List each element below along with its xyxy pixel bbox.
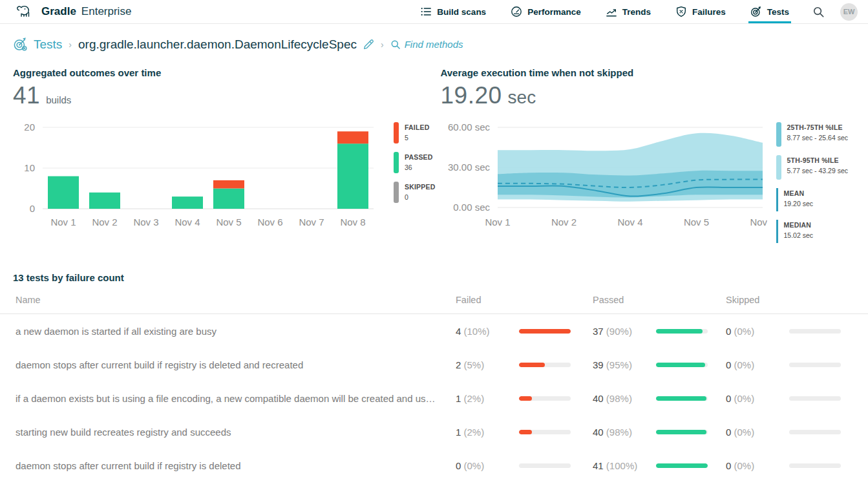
skipped-cell: 0 (0%) <box>726 460 852 471</box>
legend-label: 25TH-75TH %ILE <box>787 122 849 133</box>
passed-cell: 37 (90%) <box>593 326 726 337</box>
x-tick-label: Nov 8 <box>340 217 365 228</box>
passed-cell: 39 (95%) <box>593 359 726 370</box>
gauge-icon <box>511 6 522 17</box>
column-header-passed: Passed <box>593 295 726 305</box>
main-nav: Build scansPerformanceTrendsFailuresTest… <box>420 0 789 23</box>
failed-progress-bar <box>519 329 571 334</box>
passed-cell: 40 (98%) <box>593 427 726 438</box>
passed-count: 40 (98%) <box>593 393 656 404</box>
nav-item-trends[interactable]: Trends <box>606 0 651 23</box>
test-name-link[interactable]: daemon stops after current build if regi… <box>16 359 456 370</box>
nav-item-performance[interactable]: Performance <box>511 0 581 23</box>
skipped-count: 0 (0%) <box>726 326 789 337</box>
passed-percent: (98%) <box>606 393 632 404</box>
legend-band-marker <box>776 155 781 180</box>
failed-cell: 1 (2%) <box>456 427 593 438</box>
legend-item-median: MEDIAN15.02 sec <box>776 220 849 243</box>
skipped-count: 0 (0%) <box>726 460 789 471</box>
breadcrumb-current-class: org.gradle.launcher.daemon.DaemonLifecyc… <box>78 37 357 52</box>
legend-value: 36 <box>405 162 433 173</box>
nav-item-build-scans[interactable]: Build scans <box>420 0 486 23</box>
nav-item-failures[interactable]: Failures <box>675 0 726 23</box>
test-name-link[interactable]: daemon stops after current build if regi… <box>16 460 456 471</box>
top-nav: Gradle Enterprise Build scansPerformance… <box>0 0 868 24</box>
search-icon <box>390 39 401 50</box>
legend-band-marker <box>776 122 781 147</box>
bar-failed-nov-8 <box>337 131 368 143</box>
nav-item-label: Tests <box>767 7 789 17</box>
failed-count: 1 (2%) <box>456 427 519 438</box>
failed-cell: 2 (5%) <box>456 359 593 370</box>
legend-value: 15.02 sec <box>784 230 814 240</box>
column-header-failed: Failed <box>456 295 593 305</box>
bar-passed-nov-4 <box>172 196 203 209</box>
test-name-link[interactable]: if a daemon exists but is using a file e… <box>16 393 456 404</box>
passed-percent: (98%) <box>606 427 632 438</box>
legend-solid-marker <box>776 220 778 243</box>
table-row: if a daemon exists but is using a file e… <box>0 381 868 415</box>
gradle-elephant-icon <box>14 5 36 19</box>
passed-progress-bar <box>656 430 708 434</box>
search-button[interactable] <box>812 6 825 18</box>
legend-label: 5TH-95TH %ILE <box>787 155 849 165</box>
edit-pencil-icon[interactable] <box>363 39 374 50</box>
failed-count: 0 (0%) <box>456 460 519 471</box>
passed-progress-bar <box>656 329 708 334</box>
skipped-percent: (0%) <box>734 326 755 337</box>
passed-cell: 41 (100%) <box>593 460 726 471</box>
test-name-link[interactable]: a new daemon is started if all existing … <box>16 326 456 337</box>
outcomes-bar-chart[interactable]: 01020Nov 1Nov 2Nov 3Nov 4Nov 5Nov 6Nov 7… <box>13 120 385 231</box>
legend-value: 8.77 sec - 25.64 sec <box>787 133 849 143</box>
execution-time-title: Average execution time when not skipped <box>441 67 868 78</box>
column-header-skipped: Skipped <box>726 295 852 305</box>
bar-chart-bars <box>48 131 368 209</box>
nav-item-tests[interactable]: Tests <box>750 0 789 23</box>
skipped-count: 0 (0%) <box>726 393 789 404</box>
svg-text:30.00 sec: 30.00 sec <box>447 162 490 173</box>
skipped-cell: 0 (0%) <box>726 359 852 370</box>
skipped-progress-bar <box>789 463 841 468</box>
test-name-link[interactable]: starting new build recreates registry an… <box>16 427 456 438</box>
shield-x-icon <box>675 6 687 17</box>
table-body: a new daemon is started if all existing … <box>0 314 868 488</box>
builds-stat: 41 builds <box>13 82 441 109</box>
x-tick-label: Nov 5 <box>216 217 241 228</box>
skipped-percent: (0%) <box>734 393 755 404</box>
legend-item-mean: MEAN19.20 sec <box>776 188 849 211</box>
svg-text:0: 0 <box>30 203 35 214</box>
x-tick-label: Nov 2 <box>92 217 117 228</box>
legend-item-skipped: SKIPPED0 <box>394 182 436 203</box>
bar-passed-nov-2 <box>89 193 120 209</box>
execution-time-chart[interactable]: 0.00 sec30.00 sec60.00 secNov 1Nov 2Nov … <box>441 120 767 231</box>
failed-cell: 4 (10%) <box>456 326 593 337</box>
legend-value: 5 <box>405 133 430 143</box>
legend-label: FAILED <box>405 122 430 133</box>
skipped-percent: (0%) <box>734 427 755 438</box>
nav-item-label: Trends <box>622 7 651 17</box>
legend-item-passed: PASSED36 <box>394 152 436 173</box>
trends-icon <box>606 6 617 17</box>
skipped-count: 0 (0%) <box>726 427 789 438</box>
nav-item-label: Failures <box>692 7 726 17</box>
avg-time-unit: sec <box>508 87 536 108</box>
failed-count: 4 (10%) <box>456 326 519 337</box>
svg-text:20: 20 <box>24 122 35 133</box>
legend-label: SKIPPED <box>405 182 436 192</box>
x-tick-label: Nov 7 <box>299 217 324 228</box>
legend-label: PASSED <box>405 152 433 162</box>
skipped-progress-bar <box>789 396 841 401</box>
legend-bar-marker <box>394 122 399 143</box>
find-methods-link[interactable]: Find methods <box>390 39 463 50</box>
brand[interactable]: Gradle Enterprise <box>14 5 131 19</box>
failed-percent: (2%) <box>464 393 485 404</box>
legend-label: MEDIAN <box>784 220 814 230</box>
passed-percent: (95%) <box>606 359 632 370</box>
breadcrumb-tests-link[interactable]: Tests <box>34 37 62 52</box>
user-avatar[interactable]: EW <box>840 3 858 21</box>
bar-passed-nov-5 <box>213 189 244 209</box>
x-tick-label: Nov 1 <box>485 217 510 228</box>
passed-count: 39 (95%) <box>593 359 656 370</box>
table-row: daemon stops after current build if regi… <box>0 449 868 482</box>
avg-time-stat: 19.20 sec <box>441 82 868 109</box>
